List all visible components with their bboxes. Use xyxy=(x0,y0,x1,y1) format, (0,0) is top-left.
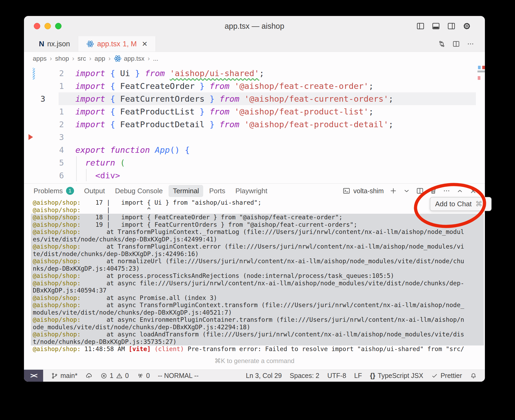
breadcrumb-label: app xyxy=(95,55,105,62)
tab-app-tsx[interactable]: app.tsx1, M✕ xyxy=(78,36,156,52)
editor-line[interactable]: 5 return ( xyxy=(24,156,485,169)
panel-tab-output[interactable]: Output xyxy=(80,185,109,197)
editor-line[interactable]: 2import { FeatProductDetail } from '@ais… xyxy=(24,118,485,131)
terminal-line: @aishop/shop: at normalizeUrl (file:///U… xyxy=(31,258,484,265)
overview-warning-mark xyxy=(478,76,480,80)
terminal-line: es/vite/dist/node/chunks/dep-DBxKXgDP.js… xyxy=(31,236,484,243)
indent-guide xyxy=(76,156,77,181)
panel-tab-debug-console[interactable]: Debug Console xyxy=(111,185,167,197)
terminal-line: @aishop/shop: at async EnvironmentPlugin… xyxy=(31,316,484,324)
status-item-notifications[interactable] xyxy=(470,370,477,382)
indent-guide xyxy=(86,169,87,181)
close-panel-button[interactable] xyxy=(469,187,477,195)
nx-icon: N xyxy=(39,40,44,48)
terminal-profile-dropdown-button[interactable] xyxy=(403,187,410,195)
breadcrumb-item-[interactable]: ... xyxy=(153,55,158,62)
split-editor-button[interactable] xyxy=(452,40,460,48)
zoom-window-button[interactable] xyxy=(55,23,62,29)
status-item-remote[interactable]: >< xyxy=(24,370,43,382)
terminal-line: @aishop/shop: 11:48:58 AM [vite] (client… xyxy=(31,345,484,353)
line-number: 1 xyxy=(24,81,64,91)
terminal-instance-button[interactable]: volta-shim xyxy=(343,187,384,195)
line-number: 1 xyxy=(24,107,64,116)
editor-line[interactable]: 1import { FeatProductList } from '@aisho… xyxy=(24,105,485,118)
maximize-panel-button[interactable] xyxy=(456,187,464,195)
manage-settings-button[interactable] xyxy=(463,22,471,30)
code-text: export function App() { xyxy=(75,145,190,155)
status-item-publish-changes[interactable] xyxy=(85,370,92,382)
open-changes-button[interactable] xyxy=(438,40,445,48)
split-terminal-button[interactable] xyxy=(416,187,424,195)
tab-dirty-badge: 1, M xyxy=(123,40,137,48)
status-label: -- NORMAL -- xyxy=(158,372,199,380)
panel-tab-problems[interactable]: Problems1 xyxy=(29,185,78,197)
braces-icon: {} xyxy=(370,372,375,380)
breadcrumb-item-app[interactable]: app xyxy=(95,55,105,62)
editor-line[interactable]: 3import { FeatCurrentOrders } from '@ais… xyxy=(24,92,485,105)
editor-lines: 2import { Ui } from 'aishop/ui-shared';1… xyxy=(24,67,485,182)
editor-line[interactable]: 6 <div> xyxy=(24,169,485,182)
status-bar: ><main*100-- NORMAL -- Ln 3, Col 29Space… xyxy=(24,369,485,382)
line-number: 2 xyxy=(24,69,64,78)
tab-label: nx.json xyxy=(47,40,70,48)
react-icon xyxy=(86,40,94,48)
breadcrumb-item-src[interactable]: src xyxy=(77,55,86,62)
gutter-arrow-marker xyxy=(28,134,33,140)
window-title: app.tsx — aishop xyxy=(24,22,485,31)
status-label: Ln 3, Col 29 xyxy=(246,372,282,380)
panel-tab-playwright[interactable]: Playwright xyxy=(231,185,272,197)
editor-line[interactable]: 1import { FeatCreateOrder } from '@aisho… xyxy=(24,80,485,92)
minimize-window-button[interactable] xyxy=(44,23,51,29)
chevron-down-icon xyxy=(403,187,410,195)
react-icon xyxy=(114,55,122,63)
panel-tab-ports[interactable]: Ports xyxy=(205,185,230,197)
terminal-more-actions-button[interactable] xyxy=(443,187,450,195)
new-terminal-button[interactable] xyxy=(390,187,397,195)
status-item-eol[interactable]: LF xyxy=(354,370,362,382)
toggle-panel-button[interactable] xyxy=(432,22,440,30)
panel-tab-label: Ports xyxy=(209,187,225,195)
panel-tabs: Problems1OutputDebug ConsoleTerminalPort… xyxy=(29,185,272,197)
panel-tab-terminal[interactable]: Terminal xyxy=(169,185,203,197)
breadcrumb-item-shop[interactable]: shop xyxy=(55,55,69,62)
breadcrumb-item-apps[interactable]: apps xyxy=(33,55,47,62)
breadcrumb-separator: › xyxy=(72,55,74,62)
status-bar-left: ><main*100-- NORMAL -- xyxy=(24,370,199,382)
toggle-primary-sidebar-button[interactable] xyxy=(416,22,425,30)
status-item-language-mode[interactable]: {}TypeScript JSX xyxy=(370,370,423,382)
panel-tab-label: Playwright xyxy=(235,187,267,195)
panel-tab-label: Problems xyxy=(34,187,63,195)
status-item-branch[interactable]: main* xyxy=(51,370,77,382)
terminal-line: @aishop/shop: at process.processTicksAnd… xyxy=(31,272,484,280)
tab-nx-json[interactable]: Nnx.json xyxy=(31,36,78,52)
status-item-vim-mode[interactable]: -- NORMAL -- xyxy=(158,370,199,382)
check-icon xyxy=(431,372,438,379)
add-to-chat-tooltip[interactable]: Add to Chat ⌘L xyxy=(430,197,492,211)
status-item-cursor-position[interactable]: Ln 3, Col 29 xyxy=(246,370,282,382)
status-item-indentation[interactable]: Spaces: 2 xyxy=(290,370,319,382)
code-editor[interactable]: 2import { Ui } from 'aishop/ui-shared';1… xyxy=(24,65,485,183)
status-item-formatter[interactable]: Prettier xyxy=(431,370,462,382)
kill-terminal-button[interactable] xyxy=(430,187,437,195)
terminal-line: @aishop/shop: at TransformPluginContext.… xyxy=(31,228,484,236)
breadcrumb-item-app-tsx[interactable]: app.tsx xyxy=(114,55,144,63)
overview-ruler-slider[interactable] xyxy=(477,71,485,72)
gear-icon xyxy=(463,22,471,30)
terminal-output[interactable]: @aishop/shop: 17 | import { Ui } from "a… xyxy=(24,198,485,353)
editor-line[interactable]: 2import { Ui } from 'aishop/ui-shared'; xyxy=(24,67,485,80)
status-item-encoding[interactable]: UTF-8 xyxy=(327,370,346,382)
title-bar: app.tsx — aishop xyxy=(24,16,485,36)
terminal-line: @aishop/shop: at TransformPluginContext.… xyxy=(31,243,484,250)
editor-more-actions-button[interactable] xyxy=(467,40,474,48)
code-text: import { FeatCreateOrder } from '@aishop… xyxy=(75,81,374,91)
terminal-line: modules/vite/dist/node/chunks/dep-DBxKXg… xyxy=(31,309,484,316)
status-item-forwarded-ports[interactable]: 0 xyxy=(137,370,150,382)
breadcrumb-label: shop xyxy=(55,55,69,62)
editor-line[interactable]: 3 xyxy=(24,131,485,143)
close-window-button[interactable] xyxy=(34,23,40,29)
editor-line[interactable]: 4export function App() { xyxy=(24,143,485,156)
tab-close-icon[interactable]: ✕ xyxy=(142,40,148,48)
status-item-problems[interactable]: 10 xyxy=(100,370,129,382)
code-text: import { FeatCurrentOrders } from '@aish… xyxy=(75,94,394,104)
toggle-secondary-sidebar-button[interactable] xyxy=(447,22,456,30)
